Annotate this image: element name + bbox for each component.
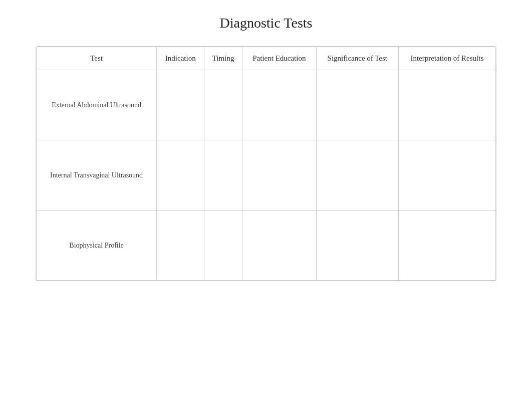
- col-header-patient-education: Patient Education: [242, 47, 316, 70]
- indication-cell-2: [157, 140, 204, 211]
- significance-cell-2: [316, 140, 398, 211]
- timing-cell-2: [204, 140, 242, 211]
- col-header-indication: Indication: [157, 47, 204, 70]
- patient-education-cell-2: [242, 140, 316, 211]
- interpretation-cell-2: [398, 140, 495, 211]
- indication-cell-1: [157, 70, 204, 140]
- table-row: Biophysical Profile: [37, 211, 496, 281]
- test-name-biophysical-profile: Biophysical Profile: [37, 211, 157, 281]
- indication-cell-3: [157, 211, 204, 281]
- interpretation-cell-1: [398, 70, 495, 140]
- table-row: Internal Transvaginal Ultrasound: [37, 140, 496, 211]
- patient-education-cell-3: [242, 211, 316, 281]
- significance-cell-3: [316, 211, 398, 281]
- col-header-test: Test: [37, 47, 157, 70]
- col-header-timing: Timing: [204, 47, 242, 70]
- significance-cell-1: [316, 70, 398, 140]
- diagnostic-tests-table: Test Indication Timing Patient Education…: [36, 46, 496, 281]
- interpretation-cell-3: [398, 211, 495, 281]
- patient-education-cell-1: [242, 70, 316, 140]
- page-title: Diagnostic Tests: [220, 15, 313, 31]
- timing-cell-3: [204, 211, 242, 281]
- col-header-interpretation: Interpretation of Results: [398, 47, 495, 70]
- timing-cell-1: [204, 70, 242, 140]
- table-row: External Abdominal Ultrasound: [37, 70, 496, 140]
- col-header-significance: Significance of Test: [316, 47, 398, 70]
- test-name-internal-transvaginal: Internal Transvaginal Ultrasound: [37, 140, 157, 211]
- test-name-external-abdominal: External Abdominal Ultrasound: [37, 70, 157, 140]
